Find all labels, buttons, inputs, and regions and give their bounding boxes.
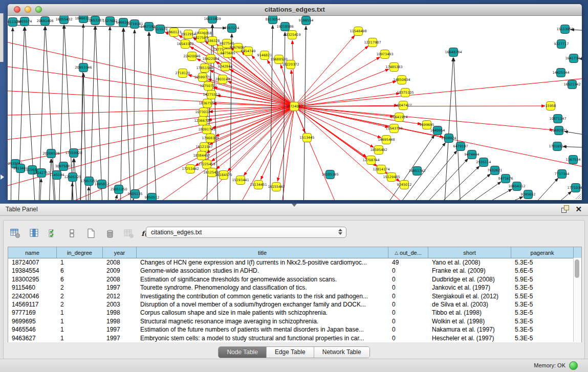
graph-edge[interactable]	[123, 28, 132, 200]
graph-node-label: 14695448	[378, 138, 395, 142]
graph-node-label: 16105165	[321, 172, 338, 177]
graph-node-label: 16184575	[215, 173, 232, 177]
table-row[interactable]: 946554611997Estimation of the future num…	[8, 325, 581, 334]
graph-node-label: 12505125	[64, 175, 81, 179]
graph-edge[interactable]	[8, 25, 226, 28]
row-selection-icon[interactable]	[47, 227, 60, 240]
graph-edge[interactable]	[294, 93, 400, 106]
graph-node-label: 12217987	[364, 40, 381, 45]
tab-node-table[interactable]: Node Table	[219, 347, 267, 358]
table-row[interactable]: 946362711997Embryonic stem cells: a mode…	[8, 334, 581, 342]
column-header-short[interactable]: short	[428, 247, 511, 258]
tab-network-table[interactable]: Network Table	[314, 347, 369, 358]
graph-edge[interactable]	[134, 30, 135, 200]
graph-edge[interactable]	[422, 166, 480, 200]
table-panel-header: Table Panel ✕	[0, 204, 588, 216]
row-height-icon[interactable]	[66, 227, 79, 240]
column-visibility-icon[interactable]	[28, 227, 41, 240]
graph-node-label: 17253442	[182, 167, 199, 171]
window-titlebar[interactable]: citations_edges.txt	[8, 4, 582, 16]
splitter-collapse-arrow-icon[interactable]	[292, 204, 297, 207]
network-view-window: citations_edges.txt 18724007127754811842…	[8, 4, 582, 200]
graph-edge[interactable]	[90, 26, 95, 200]
graph-edge[interactable]	[147, 32, 149, 200]
column-header-year[interactable]: year	[103, 247, 137, 258]
graph-node-label: 8471676	[498, 177, 513, 181]
table-row[interactable]: 911546021997Tourette syndrome. Phenomeno…	[8, 283, 581, 292]
column-header-name[interactable]: name	[8, 247, 57, 258]
memory-status-indicator-icon[interactable]	[569, 361, 578, 370]
table-cell: Jankovic et al. (1997)	[428, 283, 511, 292]
graph-edge[interactable]	[433, 174, 490, 200]
graph-edge[interactable]	[110, 195, 117, 200]
table-row[interactable]: 1456911722003Disruption of a novel membe…	[8, 300, 581, 309]
graph-edge[interactable]	[294, 106, 345, 200]
tab-edge-table[interactable]: Edge Table	[267, 347, 314, 358]
table-cell: 1997	[103, 283, 137, 292]
graph-edge[interactable]	[537, 191, 572, 200]
new-table-icon[interactable]	[84, 227, 98, 240]
table-settings-icon[interactable]	[9, 227, 22, 240]
dropdown-arrows-icon	[338, 229, 342, 235]
float-panel-icon[interactable]	[561, 205, 569, 213]
graph-node-label: 2935114	[476, 160, 491, 164]
graph-node-label: 15129485	[383, 175, 400, 179]
graph-edge[interactable]	[294, 35, 355, 106]
graph-edge[interactable]	[149, 32, 157, 200]
table-cell: 5.6E-5	[511, 267, 574, 275]
table-cell: 5.3E-5	[511, 309, 574, 317]
scrollbar-thumb[interactable]	[575, 259, 579, 278]
graph-edge[interactable]	[444, 58, 453, 200]
table-header-row: namein_degreeyeartitle△out_de...shortpag…	[8, 247, 581, 258]
network-canvas[interactable]: 1872400712775481184220041785158810599779…	[8, 16, 582, 200]
table-row[interactable]: 977716911998Corpus callosum shape and si…	[8, 309, 581, 317]
graph-edge[interactable]	[120, 28, 123, 200]
delete-rows-icon[interactable]	[103, 227, 117, 240]
graph-edge[interactable]	[126, 199, 133, 200]
column-header-pagerank[interactable]: pagerank	[511, 247, 574, 258]
table-cell: 9115460	[8, 283, 57, 292]
graph-edge[interactable]	[88, 187, 89, 200]
close-panel-icon[interactable]: ✕	[575, 205, 582, 213]
graph-edge[interactable]	[454, 58, 461, 200]
column-header-in_degree[interactable]: in_degree	[57, 247, 103, 258]
table-row[interactable]: 1872400712008Changes of HCN gene express…	[8, 258, 581, 267]
graph-edge[interactable]	[11, 28, 13, 200]
graph-edge[interactable]	[108, 27, 110, 200]
table-cell: Investigating the contribution of common…	[137, 292, 388, 300]
table-row[interactable]: 2242004622012Investigating the contribut…	[8, 292, 581, 300]
table-cell: 0	[388, 292, 428, 300]
graph-edge[interactable]	[399, 150, 457, 200]
graph-node-label: 9474444	[465, 152, 480, 157]
graph-node-label: 15134451	[250, 183, 267, 187]
table-cell: 2008	[103, 258, 137, 267]
graph-node-label: 10653287	[86, 18, 103, 23]
window-resize-grip[interactable]	[574, 192, 581, 200]
table-vertical-scrollbar[interactable]	[573, 258, 581, 342]
table-cell: 6	[57, 275, 103, 283]
table-cell: 1997	[103, 334, 137, 342]
graph-edge[interactable]	[18, 27, 25, 200]
column-header-out_de[interactable]: △out_de...	[388, 247, 428, 258]
table-row[interactable]: 1830029562008Estimation of significance …	[8, 275, 581, 283]
graph-edge[interactable]	[294, 57, 380, 106]
graph-node-label: 18367511	[199, 101, 215, 105]
graph-edge[interactable]	[8, 106, 294, 116]
graph-node-label: 1145194	[50, 173, 64, 177]
graph-node-label: 16648784	[445, 50, 462, 54]
graph-edge[interactable]	[95, 26, 103, 200]
graph-node-label: 18724007	[286, 104, 302, 108]
table-row[interactable]: 969969511998Structural magnetic resonanc…	[8, 317, 581, 325]
graph-edge[interactable]	[294, 69, 389, 106]
table-cell: 0	[388, 283, 428, 292]
column-header-title[interactable]: title	[137, 247, 388, 258]
graph-edge[interactable]	[49, 159, 51, 200]
table-row[interactable]: 1938455462009Genome-wide association stu…	[8, 267, 581, 275]
table-cell: 0	[388, 275, 428, 283]
table-cell: 2	[57, 283, 103, 292]
left-panel-collapse-arrow-icon[interactable]	[1, 174, 4, 180]
table-cell: 5.3E-5	[511, 283, 574, 292]
table-selector-dropdown[interactable]: citations_edges.txt	[146, 227, 346, 238]
graph-node-label: 16543382	[177, 42, 193, 46]
graph-edge[interactable]	[456, 189, 512, 200]
